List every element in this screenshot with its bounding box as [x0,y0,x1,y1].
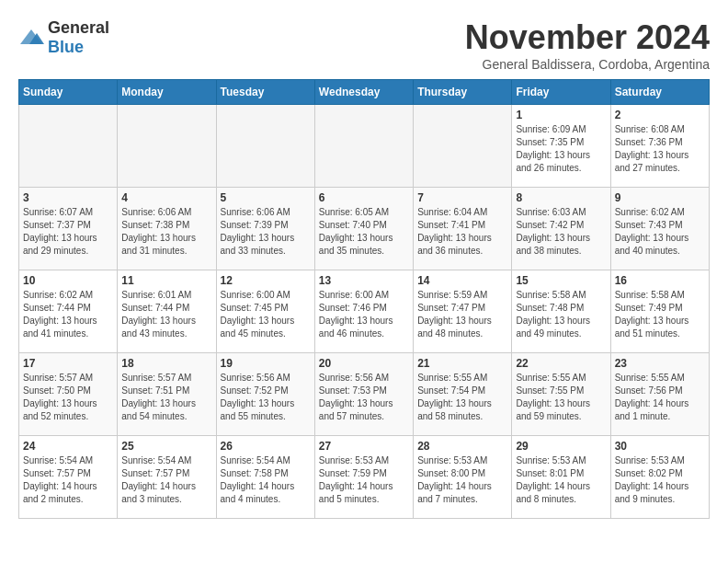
day-detail: Sunrise: 6:04 AM Sunset: 7:41 PM Dayligh… [417,206,507,258]
day-number: 26 [221,440,311,453]
day-detail: Sunrise: 5:55 AM Sunset: 7:55 PM Dayligh… [516,372,606,423]
title-area: November 2024 General Baldissera, Cordob… [465,18,710,72]
calendar-cell: 15Sunrise: 5:58 AM Sunset: 7:48 PM Dayli… [512,270,610,353]
calendar-cell: 21Sunrise: 5:55 AM Sunset: 7:54 PM Dayli… [414,353,512,436]
day-detail: Sunrise: 5:55 AM Sunset: 7:56 PM Dayligh… [615,372,705,423]
month-title: November 2024 [465,18,710,57]
day-detail: Sunrise: 5:53 AM Sunset: 8:02 PM Dayligh… [615,454,705,506]
calendar-cell: 1Sunrise: 6:09 AM Sunset: 7:35 PM Daylig… [512,105,610,188]
subtitle: General Baldissera, Cordoba, Argentina [465,57,710,72]
calendar-week-3: 10Sunrise: 6:02 AM Sunset: 7:44 PM Dayli… [19,270,710,353]
logo: General Blue [18,18,109,57]
day-number: 5 [221,191,311,204]
logo-icon [18,28,44,48]
calendar-cell: 4Sunrise: 6:06 AM Sunset: 7:38 PM Daylig… [118,188,216,270]
day-detail: Sunrise: 6:01 AM Sunset: 7:44 PM Dayligh… [121,289,211,340]
day-detail: Sunrise: 5:57 AM Sunset: 7:51 PM Dayligh… [121,372,211,423]
calendar-cell: 3Sunrise: 6:07 AM Sunset: 7:37 PM Daylig… [19,188,118,270]
day-detail: Sunrise: 5:54 AM Sunset: 7:57 PM Dayligh… [23,454,113,506]
day-detail: Sunrise: 5:57 AM Sunset: 7:50 PM Dayligh… [23,372,113,423]
day-number: 4 [121,191,211,204]
day-number: 22 [516,357,606,370]
calendar-cell: 14Sunrise: 5:59 AM Sunset: 7:47 PM Dayli… [414,270,512,353]
day-number: 1 [516,109,606,121]
day-number: 27 [319,440,409,453]
day-number: 23 [615,357,705,370]
calendar-week-4: 17Sunrise: 5:57 AM Sunset: 7:50 PM Dayli… [19,353,710,436]
day-detail: Sunrise: 5:54 AM Sunset: 7:58 PM Dayligh… [221,454,311,506]
calendar-cell: 29Sunrise: 5:53 AM Sunset: 8:01 PM Dayli… [512,436,610,519]
day-detail: Sunrise: 6:09 AM Sunset: 7:35 PM Dayligh… [516,123,606,175]
day-detail: Sunrise: 6:06 AM Sunset: 7:38 PM Dayligh… [121,206,211,258]
day-detail: Sunrise: 5:54 AM Sunset: 7:57 PM Dayligh… [121,454,211,506]
day-number: 11 [121,274,211,287]
day-number: 10 [23,274,113,287]
header-day-tuesday: Tuesday [216,80,314,105]
day-number: 28 [417,440,507,453]
calendar-cell: 13Sunrise: 6:00 AM Sunset: 7:46 PM Dayli… [314,270,413,353]
calendar-header: SundayMondayTuesdayWednesdayThursdayFrid… [19,80,710,105]
calendar-cell: 26Sunrise: 5:54 AM Sunset: 7:58 PM Dayli… [216,436,314,519]
calendar-cell: 19Sunrise: 5:56 AM Sunset: 7:52 PM Dayli… [216,353,314,436]
calendar-cell: 8Sunrise: 6:03 AM Sunset: 7:42 PM Daylig… [512,188,610,270]
calendar-cell: 30Sunrise: 5:53 AM Sunset: 8:02 PM Dayli… [610,436,709,519]
day-number: 6 [319,191,409,204]
day-detail: Sunrise: 5:53 AM Sunset: 8:01 PM Dayligh… [516,454,606,506]
calendar-cell: 27Sunrise: 5:53 AM Sunset: 7:59 PM Dayli… [314,436,413,519]
header-day-friday: Friday [512,80,610,105]
day-number: 15 [516,274,606,287]
day-number: 8 [516,191,606,204]
calendar-cell [314,105,413,188]
calendar-cell: 23Sunrise: 5:55 AM Sunset: 7:56 PM Dayli… [610,353,709,436]
day-number: 18 [121,357,211,370]
calendar-cell: 9Sunrise: 6:02 AM Sunset: 7:43 PM Daylig… [610,188,709,270]
logo-text: General Blue [48,18,109,57]
day-number: 2 [615,109,705,121]
day-number: 7 [417,191,507,204]
day-detail: Sunrise: 6:06 AM Sunset: 7:39 PM Dayligh… [221,206,311,258]
calendar-cell: 28Sunrise: 5:53 AM Sunset: 8:00 PM Dayli… [414,436,512,519]
header-day-monday: Monday [118,80,216,105]
calendar-cell: 12Sunrise: 6:00 AM Sunset: 7:45 PM Dayli… [216,270,314,353]
day-number: 12 [221,274,311,287]
calendar-cell [118,105,216,188]
day-detail: Sunrise: 6:08 AM Sunset: 7:36 PM Dayligh… [615,123,705,175]
day-number: 16 [615,274,705,287]
header-day-thursday: Thursday [414,80,512,105]
day-detail: Sunrise: 6:05 AM Sunset: 7:40 PM Dayligh… [319,206,409,258]
calendar-cell: 18Sunrise: 5:57 AM Sunset: 7:51 PM Dayli… [118,353,216,436]
calendar-week-5: 24Sunrise: 5:54 AM Sunset: 7:57 PM Dayli… [19,436,710,519]
day-detail: Sunrise: 6:07 AM Sunset: 7:37 PM Dayligh… [23,206,113,258]
calendar-cell [216,105,314,188]
day-number: 17 [23,357,113,370]
day-detail: Sunrise: 5:55 AM Sunset: 7:54 PM Dayligh… [417,372,507,423]
calendar-cell: 11Sunrise: 6:01 AM Sunset: 7:44 PM Dayli… [118,270,216,353]
calendar-cell: 24Sunrise: 5:54 AM Sunset: 7:57 PM Dayli… [19,436,118,519]
day-detail: Sunrise: 5:56 AM Sunset: 7:52 PM Dayligh… [221,372,311,423]
calendar-body: 1Sunrise: 6:09 AM Sunset: 7:35 PM Daylig… [19,105,710,519]
calendar-cell [414,105,512,188]
day-number: 9 [615,191,705,204]
day-detail: Sunrise: 6:00 AM Sunset: 7:45 PM Dayligh… [221,289,311,340]
day-number: 3 [23,191,113,204]
calendar-cell [19,105,118,188]
calendar-week-2: 3Sunrise: 6:07 AM Sunset: 7:37 PM Daylig… [19,188,710,270]
header: General Blue November 2024 General Baldi… [18,18,710,72]
calendar-cell: 5Sunrise: 6:06 AM Sunset: 7:39 PM Daylig… [216,188,314,270]
day-number: 13 [319,274,409,287]
calendar-week-1: 1Sunrise: 6:09 AM Sunset: 7:35 PM Daylig… [19,105,710,188]
day-number: 30 [615,440,705,453]
calendar-cell: 7Sunrise: 6:04 AM Sunset: 7:41 PM Daylig… [414,188,512,270]
day-number: 19 [221,357,311,370]
header-row: SundayMondayTuesdayWednesdayThursdayFrid… [19,80,710,105]
day-detail: Sunrise: 6:00 AM Sunset: 7:46 PM Dayligh… [319,289,409,340]
day-detail: Sunrise: 5:53 AM Sunset: 7:59 PM Dayligh… [319,454,409,506]
day-detail: Sunrise: 5:56 AM Sunset: 7:53 PM Dayligh… [319,372,409,423]
day-number: 29 [516,440,606,453]
calendar-cell: 20Sunrise: 5:56 AM Sunset: 7:53 PM Dayli… [314,353,413,436]
calendar-cell: 25Sunrise: 5:54 AM Sunset: 7:57 PM Dayli… [118,436,216,519]
day-detail: Sunrise: 6:03 AM Sunset: 7:42 PM Dayligh… [516,206,606,258]
day-number: 20 [319,357,409,370]
calendar-cell: 22Sunrise: 5:55 AM Sunset: 7:55 PM Dayli… [512,353,610,436]
day-detail: Sunrise: 6:02 AM Sunset: 7:44 PM Dayligh… [23,289,113,340]
